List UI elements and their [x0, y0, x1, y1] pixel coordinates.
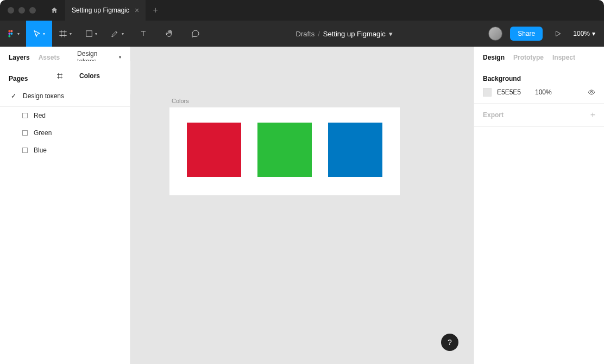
- export-section: Export +: [474, 104, 604, 127]
- swatch-blue[interactable]: [328, 123, 382, 177]
- layer-frame-label: Colors: [79, 72, 100, 80]
- comment-tool[interactable]: [183, 21, 209, 47]
- home-icon: [51, 7, 58, 14]
- present-button[interactable]: [550, 30, 565, 37]
- cursor-icon: [33, 30, 41, 37]
- rectangle-icon: [22, 147, 28, 154]
- share-button[interactable]: Share: [510, 27, 543, 41]
- rectangle-icon: [85, 30, 93, 37]
- frame-tool[interactable]: ▾: [52, 21, 78, 47]
- main-toolbar: ▾ ▾ ▾ ▾ ▾ Drafts / Setting up Fig: [0, 21, 604, 47]
- svg-point-0: [8, 30, 10, 32]
- svg-rect-8: [23, 148, 28, 153]
- canvas[interactable]: Colors ?: [130, 47, 474, 364]
- eye-icon: [588, 88, 595, 96]
- home-button[interactable]: [43, 0, 65, 21]
- play-icon: [554, 30, 562, 37]
- traffic-close-icon[interactable]: [8, 7, 14, 14]
- svg-rect-6: [23, 113, 28, 118]
- layer-item-red[interactable]: Red: [0, 107, 130, 124]
- comment-icon: [191, 29, 200, 38]
- rectangle-icon: [22, 130, 28, 136]
- swatch-red[interactable]: [187, 123, 241, 177]
- layer-item-blue[interactable]: Blue: [0, 142, 130, 159]
- text-icon: [140, 30, 147, 37]
- main-menu-button[interactable]: ▾: [0, 21, 26, 47]
- move-tool[interactable]: ▾: [26, 21, 52, 47]
- background-title: Background: [483, 75, 595, 82]
- layer-item-green[interactable]: Green: [0, 124, 130, 142]
- window-controls[interactable]: [0, 0, 43, 21]
- file-tab[interactable]: Setting up Figmagic ×: [65, 0, 146, 21]
- chevron-down-icon: ▾: [43, 31, 45, 36]
- breadcrumb-separator: /: [318, 30, 320, 38]
- canvas-frame-label[interactable]: Colors: [172, 98, 189, 104]
- visibility-toggle[interactable]: [588, 88, 595, 96]
- background-opacity-value[interactable]: 100%: [535, 88, 557, 96]
- chevron-down-icon: ▾: [17, 31, 20, 36]
- user-avatar[interactable]: [488, 27, 502, 41]
- shape-tool[interactable]: ▾: [78, 21, 104, 47]
- traffic-min-icon[interactable]: [18, 7, 25, 14]
- chevron-down-icon: ▾: [592, 30, 595, 37]
- add-export-button[interactable]: +: [590, 110, 595, 120]
- chevron-down-icon[interactable]: ▾: [389, 30, 393, 38]
- svg-rect-5: [86, 31, 92, 37]
- svg-point-1: [10, 30, 12, 32]
- chevron-down-icon: ▾: [122, 31, 124, 36]
- svg-point-3: [10, 33, 12, 35]
- figma-logo-icon: [7, 29, 15, 38]
- hand-icon: [165, 29, 174, 38]
- tab-assets[interactable]: Assets: [39, 54, 60, 61]
- rectangle-icon: [22, 112, 28, 119]
- text-tool[interactable]: [130, 21, 156, 47]
- hand-tool[interactable]: [156, 21, 183, 47]
- tab-inspect[interactable]: Inspect: [552, 54, 575, 61]
- background-section: Background E5E5E5 100%: [474, 68, 604, 104]
- chevron-down-icon: ▾: [119, 55, 121, 60]
- pen-icon: [111, 29, 119, 38]
- swatch-green[interactable]: [257, 123, 312, 177]
- breadcrumb-file-title[interactable]: Setting up Figmagic: [323, 30, 386, 38]
- traffic-max-icon[interactable]: [29, 7, 36, 14]
- close-tab-icon[interactable]: ×: [135, 6, 139, 15]
- breadcrumb-root[interactable]: Drafts: [296, 30, 315, 38]
- frame-icon: [59, 29, 67, 38]
- breadcrumb[interactable]: Drafts / Setting up Figmagic ▾: [209, 30, 480, 38]
- file-tab-title: Setting up Figmagic: [72, 7, 129, 14]
- frame-icon: [56, 73, 63, 79]
- tab-prototype[interactable]: Prototype: [513, 54, 544, 61]
- layer-label: Blue: [34, 146, 47, 154]
- export-title: Export: [483, 111, 504, 119]
- background-color-swatch[interactable]: [483, 88, 492, 97]
- chevron-down-icon: ▾: [70, 31, 72, 36]
- check-icon: ✓: [11, 92, 17, 100]
- pages-title: Pages: [9, 75, 28, 82]
- pen-tool[interactable]: ▾: [104, 21, 130, 47]
- background-hex-value[interactable]: E5E5E5: [497, 88, 530, 96]
- help-icon: ?: [448, 338, 452, 347]
- canvas-frame-colors[interactable]: [169, 107, 400, 195]
- svg-point-2: [8, 33, 10, 35]
- chevron-down-icon: ▾: [95, 31, 97, 36]
- zoom-control[interactable]: 100% ▾: [573, 30, 595, 37]
- tab-design[interactable]: Design: [483, 54, 505, 61]
- layer-label: Red: [34, 112, 46, 119]
- svg-point-9: [590, 91, 593, 93]
- new-tab-button[interactable]: +: [146, 0, 165, 21]
- left-panel: Layers Assets Design tokens ▾ Pages + ✓ …: [0, 47, 130, 364]
- help-button[interactable]: ?: [441, 334, 458, 351]
- svg-point-4: [8, 35, 10, 37]
- right-panel: Design Prototype Inspect Background E5E5…: [474, 47, 604, 364]
- tab-layers[interactable]: Layers: [9, 54, 30, 61]
- layer-label: Green: [34, 129, 52, 137]
- zoom-value: 100%: [573, 30, 590, 37]
- window-titlebar: Setting up Figmagic × +: [0, 0, 604, 21]
- svg-rect-7: [23, 131, 28, 136]
